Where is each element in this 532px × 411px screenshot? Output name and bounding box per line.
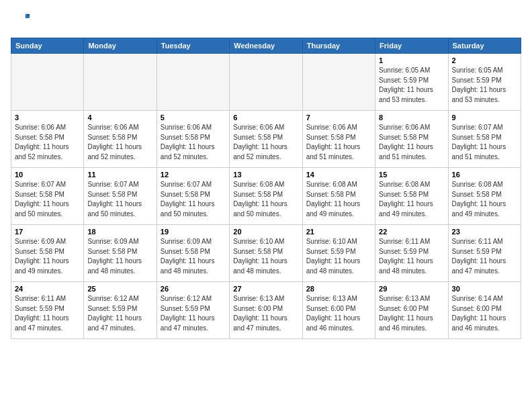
day-number: 7 [306,113,371,122]
calendar-cell: 2Sunrise: 6:05 AMSunset: 5:59 PMDaylight… [448,54,521,111]
day-info: Sunrise: 6:05 AMSunset: 5:59 PMDaylight:… [452,66,517,105]
calendar-cell: 16Sunrise: 6:08 AMSunset: 5:58 PMDayligh… [448,168,521,225]
calendar-cell [157,54,229,111]
day-number: 6 [233,113,298,122]
day-number: 8 [379,113,444,122]
day-info: Sunrise: 6:08 AMSunset: 5:58 PMDaylight:… [379,180,444,219]
calendar-cell: 14Sunrise: 6:08 AMSunset: 5:58 PMDayligh… [302,168,375,225]
calendar-cell: 13Sunrise: 6:08 AMSunset: 5:58 PMDayligh… [230,168,302,225]
day-info: Sunrise: 6:06 AMSunset: 5:58 PMDaylight:… [306,123,371,162]
day-info: Sunrise: 6:11 AMSunset: 5:59 PMDaylight:… [452,237,517,276]
day-info: Sunrise: 6:09 AMSunset: 5:58 PMDaylight:… [87,237,152,276]
day-info: Sunrise: 6:06 AMSunset: 5:58 PMDaylight:… [379,123,444,162]
column-header-thursday: Thursday [302,38,375,54]
week-row-3: 10Sunrise: 6:07 AMSunset: 5:58 PMDayligh… [11,168,521,225]
day-number: 27 [233,285,298,293]
calendar-cell: 11Sunrise: 6:07 AMSunset: 5:58 PMDayligh… [84,168,157,225]
day-info: Sunrise: 6:09 AMSunset: 5:58 PMDaylight:… [161,237,226,276]
header-row: SundayMondayTuesdayWednesdayThursdayFrid… [11,38,521,54]
day-info: Sunrise: 6:10 AMSunset: 5:59 PMDaylight:… [306,237,371,276]
column-header-sunday: Sunday [11,38,84,54]
day-info: Sunrise: 6:13 AMSunset: 6:00 PMDaylight:… [233,294,298,333]
calendar-cell: 4Sunrise: 6:06 AMSunset: 5:58 PMDaylight… [84,111,157,168]
day-number: 11 [87,171,152,179]
calendar-cell [84,54,157,111]
calendar-cell [302,54,375,111]
calendar-cell: 8Sunrise: 6:06 AMSunset: 5:58 PMDaylight… [375,111,448,168]
week-row-4: 17Sunrise: 6:09 AMSunset: 5:58 PMDayligh… [11,225,521,282]
day-number: 12 [161,171,226,179]
week-row-5: 24Sunrise: 6:11 AMSunset: 5:59 PMDayligh… [11,282,521,339]
day-info: Sunrise: 6:05 AMSunset: 5:59 PMDaylight:… [379,66,444,105]
day-number: 14 [306,171,371,179]
day-info: Sunrise: 6:11 AMSunset: 5:59 PMDaylight:… [15,294,80,333]
calendar-table: SundayMondayTuesdayWednesdayThursdayFrid… [11,38,521,339]
calendar-cell: 10Sunrise: 6:07 AMSunset: 5:58 PMDayligh… [11,168,84,225]
day-info: Sunrise: 6:07 AMSunset: 5:58 PMDaylight:… [87,180,152,219]
day-number: 26 [161,285,226,293]
day-number: 10 [15,171,80,179]
day-number: 21 [306,228,371,236]
day-number: 13 [233,171,298,179]
day-number: 30 [452,285,517,293]
day-info: Sunrise: 6:09 AMSunset: 5:58 PMDaylight:… [15,237,80,276]
day-info: Sunrise: 6:08 AMSunset: 5:58 PMDaylight:… [452,180,517,219]
day-info: Sunrise: 6:06 AMSunset: 5:58 PMDaylight:… [87,123,152,162]
column-header-tuesday: Tuesday [157,38,229,54]
calendar-cell: 20Sunrise: 6:10 AMSunset: 5:58 PMDayligh… [230,225,302,282]
calendar-cell: 1Sunrise: 6:05 AMSunset: 5:59 PMDaylight… [375,54,448,111]
calendar-body: 1Sunrise: 6:05 AMSunset: 5:59 PMDaylight… [11,54,521,339]
day-number: 23 [452,228,517,236]
page-header [11,11,521,30]
calendar-cell: 26Sunrise: 6:12 AMSunset: 5:59 PMDayligh… [157,282,229,339]
day-info: Sunrise: 6:06 AMSunset: 5:58 PMDaylight:… [233,123,298,162]
day-info: Sunrise: 6:06 AMSunset: 5:58 PMDaylight:… [161,123,226,162]
calendar-cell [11,54,84,111]
day-number: 3 [15,113,80,122]
day-number: 24 [15,285,80,293]
calendar-cell: 28Sunrise: 6:13 AMSunset: 6:00 PMDayligh… [302,282,375,339]
column-header-wednesday: Wednesday [230,38,302,54]
calendar-cell: 3Sunrise: 6:06 AMSunset: 5:58 PMDaylight… [11,111,84,168]
week-row-1: 1Sunrise: 6:05 AMSunset: 5:59 PMDaylight… [11,54,521,111]
day-info: Sunrise: 6:11 AMSunset: 5:59 PMDaylight:… [379,237,444,276]
calendar-cell: 23Sunrise: 6:11 AMSunset: 5:59 PMDayligh… [448,225,521,282]
day-info: Sunrise: 6:13 AMSunset: 6:00 PMDaylight:… [379,294,444,333]
day-number: 2 [452,56,517,64]
day-number: 18 [87,228,152,236]
calendar-cell: 21Sunrise: 6:10 AMSunset: 5:59 PMDayligh… [302,225,375,282]
day-info: Sunrise: 6:12 AMSunset: 5:59 PMDaylight:… [87,294,152,333]
day-number: 4 [87,113,152,122]
calendar-cell: 30Sunrise: 6:14 AMSunset: 6:00 PMDayligh… [448,282,521,339]
column-header-monday: Monday [84,38,157,54]
day-number: 29 [379,285,444,293]
day-info: Sunrise: 6:08 AMSunset: 5:58 PMDaylight:… [233,180,298,219]
logo [11,11,34,30]
day-info: Sunrise: 6:07 AMSunset: 5:58 PMDaylight:… [161,180,226,219]
day-info: Sunrise: 6:06 AMSunset: 5:58 PMDaylight:… [15,123,80,162]
calendar-cell: 9Sunrise: 6:07 AMSunset: 5:58 PMDaylight… [448,111,521,168]
calendar-cell: 25Sunrise: 6:12 AMSunset: 5:59 PMDayligh… [84,282,157,339]
day-info: Sunrise: 6:14 AMSunset: 6:00 PMDaylight:… [452,294,517,333]
day-info: Sunrise: 6:07 AMSunset: 5:58 PMDaylight:… [15,180,80,219]
calendar-cell: 7Sunrise: 6:06 AMSunset: 5:58 PMDaylight… [302,111,375,168]
calendar-cell: 24Sunrise: 6:11 AMSunset: 5:59 PMDayligh… [11,282,84,339]
day-info: Sunrise: 6:10 AMSunset: 5:58 PMDaylight:… [233,237,298,276]
day-number: 15 [379,171,444,179]
svg-rect-0 [11,11,30,30]
calendar-cell: 29Sunrise: 6:13 AMSunset: 6:00 PMDayligh… [375,282,448,339]
calendar-cell: 5Sunrise: 6:06 AMSunset: 5:58 PMDaylight… [157,111,229,168]
calendar-header: SundayMondayTuesdayWednesdayThursdayFrid… [11,38,521,54]
calendar-cell: 18Sunrise: 6:09 AMSunset: 5:58 PMDayligh… [84,225,157,282]
day-number: 17 [15,228,80,236]
column-header-friday: Friday [375,38,448,54]
day-number: 28 [306,285,371,293]
week-row-2: 3Sunrise: 6:06 AMSunset: 5:58 PMDaylight… [11,111,521,168]
calendar-cell: 27Sunrise: 6:13 AMSunset: 6:00 PMDayligh… [230,282,302,339]
day-number: 9 [452,113,517,122]
column-header-saturday: Saturday [448,38,521,54]
calendar-cell: 15Sunrise: 6:08 AMSunset: 5:58 PMDayligh… [375,168,448,225]
calendar-cell: 19Sunrise: 6:09 AMSunset: 5:58 PMDayligh… [157,225,229,282]
calendar-cell: 12Sunrise: 6:07 AMSunset: 5:58 PMDayligh… [157,168,229,225]
calendar-cell: 6Sunrise: 6:06 AMSunset: 5:58 PMDaylight… [230,111,302,168]
